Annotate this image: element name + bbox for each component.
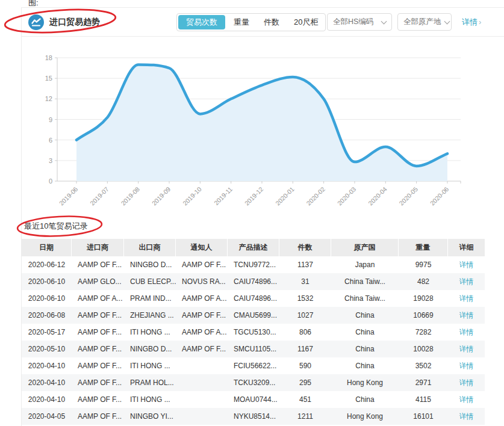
trend-area-chart: 03691215182019-062019-072019-082019-0920… [22, 37, 491, 218]
table-cell: TGCU5130... [228, 324, 279, 341]
row-detail-link[interactable]: 详情 [448, 256, 485, 273]
table-row: 2020-05-17AAMP OF F...ITI HONG ...AAMP O… [22, 324, 485, 341]
table-cell: CAIU74896... [228, 290, 279, 307]
table-cell: CAIU74896... [228, 273, 279, 290]
table-cell: CMAU5699... [228, 307, 279, 324]
table-cell [176, 357, 228, 374]
col-header-piece-count: 件数 [279, 239, 331, 256]
row-detail-link[interactable]: 详情 [448, 290, 485, 307]
table-cell: NYKU8514... [228, 408, 279, 425]
table-cell: Hong Kong [331, 374, 399, 391]
row-detail-link[interactable]: 详情 [448, 341, 485, 357]
chevron-down-icon [381, 18, 387, 24]
table-cell: 590 [279, 357, 331, 374]
table-row: 2020-06-12AAMP OF F...NINGBO D...AAMP OF… [22, 256, 485, 273]
y-axis-label: 6 [49, 137, 52, 144]
table-cell: China [331, 324, 399, 341]
table-row: 2020-04-10AAMP OF F...PRAM HOL...TCKU320… [22, 374, 485, 391]
tab-piece-count[interactable]: 件数 [257, 14, 287, 31]
table-cell: China [331, 391, 399, 408]
table-cell: China [331, 341, 399, 357]
card-header: 进口贸易趋势 贸易次数 重量 件数 20尺柜 全部HS编码 全部原产地 详情› [22, 8, 504, 37]
table-cell: CUB ELECP... [124, 273, 176, 290]
table-cell: AAMP OF F... [72, 374, 124, 391]
x-axis-label: 2019-11 [213, 185, 234, 206]
origin-dropdown[interactable]: 全部原产地 [397, 13, 452, 31]
table-cell: ZHEJIANG ... [124, 307, 176, 324]
table-cell: 295 [279, 374, 331, 391]
trade-records-table: 日期 进口商 出口商 通知人 产品描述 件数 原产国 重量 详细 2020-06… [22, 239, 485, 425]
x-axis-label: 2020-05 [397, 185, 419, 207]
row-detail-link[interactable]: 详情 [448, 307, 485, 324]
x-axis-label: 2020-04 [367, 185, 388, 207]
table-cell: 3502 [399, 357, 448, 374]
table-cell: 2020-04-10 [22, 374, 72, 391]
x-axis-label: 2020-02 [305, 185, 326, 207]
row-detail-link[interactable]: 详情 [448, 357, 485, 374]
tab-20ft-container[interactable]: 20尺柜 [287, 14, 325, 31]
table-cell: 2020-04-10 [22, 391, 72, 408]
table-cell: TCKU3209... [228, 374, 279, 391]
hs-code-dropdown[interactable]: 全部HS编码 [327, 13, 392, 31]
table-row: 2020-04-10AAMP OF F...ITI HONG ...FCIU56… [22, 357, 485, 374]
table-cell: 2020-06-08 [22, 307, 72, 324]
tab-trade-count[interactable]: 贸易次数 [178, 15, 225, 29]
row-detail-link[interactable]: 详情 [448, 273, 485, 290]
table-cell: NINGBO D... [124, 256, 176, 273]
table-cell: 1167 [279, 341, 331, 357]
table-cell: AAMP OF F... [72, 324, 124, 341]
table-cell: China [331, 307, 399, 324]
col-header-exporter: 出口商 [124, 239, 176, 256]
table-cell: 2020-06-10 [22, 290, 72, 307]
metric-tab-group: 贸易次数 重量 件数 20尺柜 [176, 13, 326, 31]
page-title: 进口贸易趋势 [49, 17, 100, 28]
table-cell: China Taiw... [331, 273, 399, 290]
table-cell [176, 408, 228, 425]
col-header-date: 日期 [22, 239, 72, 256]
col-header-product-desc: 产品描述 [228, 239, 279, 256]
origin-dropdown-value: 全部原产地 [403, 17, 441, 27]
trend-detail-link[interactable]: 详情› [462, 17, 481, 28]
table-cell: AAMP OF A... [176, 290, 228, 307]
table-row: 2020-06-10AAMP OF A...PRAM IND...AAMP OF… [22, 290, 485, 307]
row-detail-link[interactable]: 详情 [448, 374, 485, 391]
table-cell: 451 [279, 391, 331, 408]
col-header-notify-party: 通知人 [176, 239, 228, 256]
title-wrap: 进口贸易趋势 [28, 14, 100, 30]
table-cell: 2020-05-10 [22, 341, 72, 357]
table-header-row: 日期 进口商 出口商 通知人 产品描述 件数 原产国 重量 详细 [22, 239, 485, 256]
table-body: 2020-06-12AAMP OF F...NINGBO D...AAMP OF… [22, 256, 485, 425]
tab-weight[interactable]: 重量 [226, 14, 257, 31]
table-cell: 19028 [399, 290, 448, 307]
table-cell: AAMP OF F... [176, 307, 228, 324]
table-cell: China Taiw... [331, 290, 399, 307]
x-axis-label: 2020-03 [336, 185, 358, 207]
table-cell: 1137 [279, 256, 331, 273]
chart-area [76, 64, 447, 181]
table-cell: MOAU0744... [228, 391, 279, 408]
table-cell: Japan [331, 256, 399, 273]
table-cell: 7282 [399, 324, 448, 341]
row-detail-link[interactable]: 详情 [448, 391, 485, 408]
table-cell: ITI HONG ... [124, 391, 176, 408]
y-axis-label: 15 [45, 75, 52, 82]
x-axis-label: 2020-06 [429, 185, 450, 207]
hs-code-dropdown-value: 全部HS编码 [333, 17, 373, 27]
table-cell: 31 [279, 273, 331, 290]
table-cell [176, 374, 228, 391]
table-row: 2020-06-08AAMP OF F...ZHEJIANG ...AAMP O… [22, 307, 485, 324]
table-cell: AAMP OF F... [72, 357, 124, 374]
y-axis-label: 0 [49, 177, 52, 185]
table-cell: TCNU9772... [228, 256, 279, 273]
col-header-weight: 重量 [399, 239, 448, 256]
table-row: 2020-04-10AAMP OF F...ITI HONG ...MOAU07… [22, 391, 485, 408]
table-row: 2020-06-10AAMP GLO...CUB ELECP...NOVUS R… [22, 273, 485, 290]
row-detail-link[interactable]: 详情 [448, 324, 485, 341]
table-cell: 2020-04-05 [22, 408, 72, 425]
table-cell: AAMP OF F... [72, 408, 124, 425]
table-cell: AAMP OF A... [176, 324, 228, 341]
row-detail-link[interactable]: 详情 [448, 408, 485, 425]
table-cell: AAMP OF A... [72, 290, 124, 307]
table-cell: Hong Kong [331, 408, 399, 425]
table-cell: AAMP OF F... [72, 391, 124, 408]
